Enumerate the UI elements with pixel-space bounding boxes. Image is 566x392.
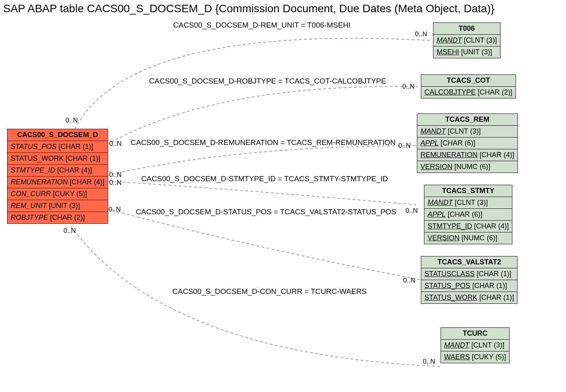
entity-tcacs-cot: TCACS_COT CALCOBJTYPE [CHAR (2)] — [421, 74, 516, 98]
cardinality: 0..N — [109, 171, 121, 179]
cardinality: 0..N — [398, 142, 411, 150]
relation-label: CACS00_S_DOCSEM_D-REMUNERATION = TCACS_R… — [131, 138, 396, 147]
cardinality: 0..N — [65, 117, 78, 124]
field: STATUS_WORK [CHAR (1)] — [7, 153, 108, 165]
cardinality: 0..N — [415, 30, 427, 38]
cardinality: 0..N — [405, 207, 418, 215]
field: STMTYPE_ID [CHAR (4)] — [7, 165, 108, 176]
entity-tcacs-stmty: TCACS_STMTY MANDT [CLNT (3)] APPL [CHAR … — [424, 185, 512, 244]
entity-tcacs-valstat2: TCACS_VALSTAT2 STATUSCLASS [CHAR (1)] ST… — [421, 256, 517, 304]
entity-t006: T006 MANDT [CLNT (3)] MSEHI [UNIT (3)] — [433, 22, 501, 58]
field: STATUS_POS [CHAR (1)] — [7, 141, 108, 153]
field: ROBJTYPE [CHAR (2)] — [7, 212, 108, 224]
relation-label: CACS00_S_DOCSEM_D-ROBJTYPE = TCACS_COT-C… — [149, 77, 386, 85]
entity-tcacs-rem: TCACS_REM MANDT [CLNT (3)] APPL [CHAR (6… — [417, 113, 518, 173]
cardinality: 0..N — [109, 179, 121, 187]
entity-header: CACS00_S_DOCSEM_D — [7, 129, 108, 141]
cardinality: 0..N — [423, 358, 435, 366]
cardinality: 0..N — [402, 83, 415, 91]
relation-label: CACS00_S_DOCSEM_D-REM_UNIT = T006-MSEHI — [173, 21, 351, 30]
cardinality: 0..N — [109, 140, 121, 148]
cardinality: 0..N — [108, 206, 121, 214]
cardinality: 0..N — [64, 227, 76, 235]
field: CON_CURR [CUKY (5)] — [7, 188, 108, 200]
field: REM_UNIT [UNIT (3)] — [7, 200, 108, 212]
field: REMUNERATION [CHAR (4)] — [7, 176, 108, 188]
entity-tcurc: TCURC MANDT [CLNT (3)] WAERS [CUKY (5)] — [441, 327, 510, 363]
cardinality: 0..N — [403, 277, 415, 284]
relation-label: CACS00_S_DOCSEM_D-CON_CURR = TCURC-WAERS — [172, 287, 367, 296]
relation-label: CACS00_S_DOCSEM_D-STMTYPE_ID = TCACS_STM… — [141, 175, 388, 183]
entity-cacs00-s-docsem-d: CACS00_S_DOCSEM_D STATUS_POS [CHAR (1)] … — [7, 129, 108, 224]
relation-label: CACS00_S_DOCSEM_D-STATUS_POS = TCACS_VAL… — [136, 208, 396, 216]
